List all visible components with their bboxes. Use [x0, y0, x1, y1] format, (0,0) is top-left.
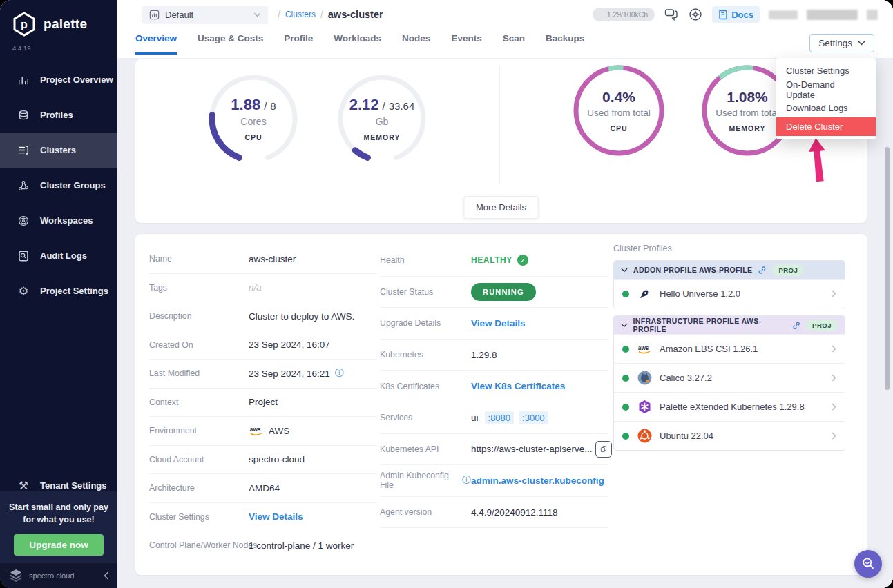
- ubuntu-icon: [637, 429, 652, 444]
- sidebar-item-label: Audit Logs: [40, 251, 87, 261]
- topbar: Default / Clusters / aws-cluster 1.29/10…: [117, 0, 893, 58]
- detail-value: AMD64: [249, 483, 280, 493]
- project-selector-dropdown[interactable]: Default: [142, 6, 268, 24]
- menu-item-on-demand-update[interactable]: On-Demand Update: [776, 80, 876, 99]
- service-port-link[interactable]: :3000: [519, 411, 548, 424]
- proj-badge: PROJ: [772, 264, 804, 276]
- sidebar-nav: Project Overview Profiles Clusters Clust…: [0, 62, 117, 308]
- compass-icon[interactable]: [688, 7, 703, 22]
- sidebar-item-label: Tenant Settings: [40, 480, 107, 491]
- profile-section-name: ADDON PROFILE AWS-PROFILE: [633, 266, 752, 274]
- status-label: Agent version: [380, 507, 471, 517]
- cluster-settings-view-details-link[interactable]: View Details: [249, 511, 303, 522]
- settings-button[interactable]: Settings: [809, 34, 874, 52]
- search-fab-button[interactable]: [854, 550, 882, 578]
- pxk-icon: [637, 400, 652, 415]
- status-label: Admin Kubeconfig File ⓘ: [380, 471, 471, 490]
- redacted-user-info: [769, 10, 798, 19]
- link-icon[interactable]: [792, 321, 800, 330]
- chevron-right-icon: [832, 290, 836, 297]
- tab-backups[interactable]: Backups: [546, 33, 584, 55]
- tab-overview[interactable]: Overview: [135, 33, 177, 55]
- breadcrumb-clusters-link[interactable]: Clusters: [285, 10, 316, 19]
- chart-mini-icon: [149, 10, 160, 20]
- aws-icon: aws: [249, 426, 264, 436]
- profile-section-name: INFRASTRUCTURE PROFILE AWS-PROFILE: [633, 317, 786, 333]
- agent-version-value: 4.4.9/20240912.1118: [471, 507, 558, 518]
- tab-workloads[interactable]: Workloads: [334, 33, 381, 55]
- cluster-tabs: Overview Usage & Costs Profile Workloads…: [135, 33, 584, 55]
- brand: p palette: [0, 0, 117, 37]
- running-status-badge[interactable]: RUNNING: [471, 283, 536, 301]
- status-label: Kubernetes API: [380, 444, 471, 454]
- upgrade-now-button[interactable]: Upgrade now: [14, 534, 104, 556]
- menu-item-download-logs[interactable]: Download Logs: [776, 99, 876, 117]
- menu-item-delete-cluster[interactable]: Delete Cluster: [776, 117, 876, 136]
- status-label: K8s Certificates: [380, 382, 471, 391]
- menu-item-cluster-settings[interactable]: Cluster Settings: [776, 61, 876, 80]
- detail-row-created-on: Created On 23 Sep 2024, 16:07: [149, 331, 377, 360]
- profile-item-ubuntu[interactable]: Ubuntu 22.04: [614, 421, 845, 450]
- sidebar-item-cluster-groups[interactable]: Cluster Groups: [0, 168, 117, 203]
- tab-nodes[interactable]: Nodes: [402, 33, 430, 55]
- chevron-right-icon: [832, 345, 836, 353]
- footer-brand-name: spectro cloud: [29, 571, 98, 580]
- detail-label: Last Modified: [149, 369, 249, 378]
- profile-item-hello-universe[interactable]: Hello Universe 1.2.0: [614, 279, 845, 308]
- gauge-unit: Gb: [376, 116, 389, 127]
- detail-label: Cluster Settings: [149, 512, 249, 522]
- copy-button[interactable]: [595, 441, 612, 458]
- tab-profile[interactable]: Profile: [284, 33, 313, 55]
- detail-row-cluster-settings: Cluster Settings View Details: [149, 503, 377, 532]
- docs-button[interactable]: Docs: [712, 6, 760, 23]
- scrollbar[interactable]: [885, 147, 890, 390]
- detail-row-cloud-account: Cloud Account spectro-cloud: [149, 446, 377, 475]
- detail-row-architecture: Architecture AMD64: [149, 474, 377, 503]
- cpu-total-value: 8: [270, 100, 276, 112]
- sidebar-item-workspaces[interactable]: Workspaces: [0, 203, 117, 238]
- infrastructure-profile-header[interactable]: INFRASTRUCTURE PROFILE AWS-PROFILE PROJ: [614, 316, 845, 334]
- service-port-link[interactable]: :8080: [485, 411, 515, 424]
- profile-item-name: Palette eXtended Kubernetes 1.29.8: [660, 402, 805, 412]
- tab-usage-costs[interactable]: Usage & Costs: [198, 33, 263, 55]
- row-k8s-certificates: K8s Certificates View K8s Certificates: [380, 371, 608, 402]
- link-icon[interactable]: [758, 266, 767, 275]
- chat-icon[interactable]: [664, 7, 679, 22]
- sidebar-item-project-settings[interactable]: ⚙ Project Settings: [0, 273, 117, 308]
- status-dot: [622, 375, 629, 382]
- services-value: ui :8080 :3000: [471, 411, 548, 424]
- collapse-sidebar-icon[interactable]: [104, 571, 109, 580]
- layers-icon: [17, 108, 30, 122]
- gear-icon: ⚙: [17, 284, 30, 298]
- breadcrumb-separator: /: [278, 9, 280, 20]
- sidebar-item-profiles[interactable]: Profiles: [0, 97, 117, 133]
- sidebar-item-clusters[interactable]: Clusters: [0, 133, 117, 168]
- profile-item-amazon-ebs[interactable]: aws Amazon EBS CSI 1.26.1: [614, 334, 845, 363]
- view-k8s-certificates-link[interactable]: View K8s Certificates: [471, 381, 565, 391]
- kubeconfig-download-link[interactable]: admin.aws-cluster.kubeconfig: [471, 476, 604, 486]
- profile-item-calico[interactable]: Calico 3.27.2: [614, 363, 845, 392]
- addon-profile-header[interactable]: ADDON PROFILE AWS-PROFILE PROJ: [614, 261, 845, 279]
- proj-badge: PROJ: [806, 320, 838, 331]
- copy-icon: [600, 444, 607, 454]
- memory-percent-value: 1.08%: [727, 89, 768, 106]
- detail-row-context: Context Project: [149, 389, 377, 418]
- profile-item-palette-extended-kubernetes[interactable]: Palette eXtended Kubernetes 1.29.8: [614, 392, 845, 421]
- donut-label: CPU: [610, 124, 627, 133]
- sidebar-item-project-overview[interactable]: Project Overview: [0, 62, 117, 97]
- status-label: Health: [380, 255, 471, 265]
- status-label: Upgrade Details: [380, 318, 471, 328]
- sidebar-footer: spectro cloud: [0, 562, 117, 588]
- more-details-button[interactable]: More Details: [463, 196, 539, 219]
- info-icon[interactable]: ⓘ: [462, 474, 471, 487]
- sidebar-item-audit-logs[interactable]: Audit Logs: [0, 238, 117, 273]
- info-icon[interactable]: ⓘ: [335, 367, 344, 380]
- detail-label: Created On: [149, 340, 249, 350]
- upgrade-view-details-link[interactable]: View Details: [471, 318, 526, 329]
- row-health: Health HEALTHY ✓: [380, 245, 608, 277]
- last-modified-value: 23 Sep 2024, 16:21: [249, 369, 330, 379]
- kubernetes-version: 1.29.8: [471, 350, 497, 360]
- tab-events[interactable]: Events: [451, 33, 481, 55]
- tab-scan[interactable]: Scan: [503, 33, 525, 55]
- gauge-separator: /: [383, 100, 385, 112]
